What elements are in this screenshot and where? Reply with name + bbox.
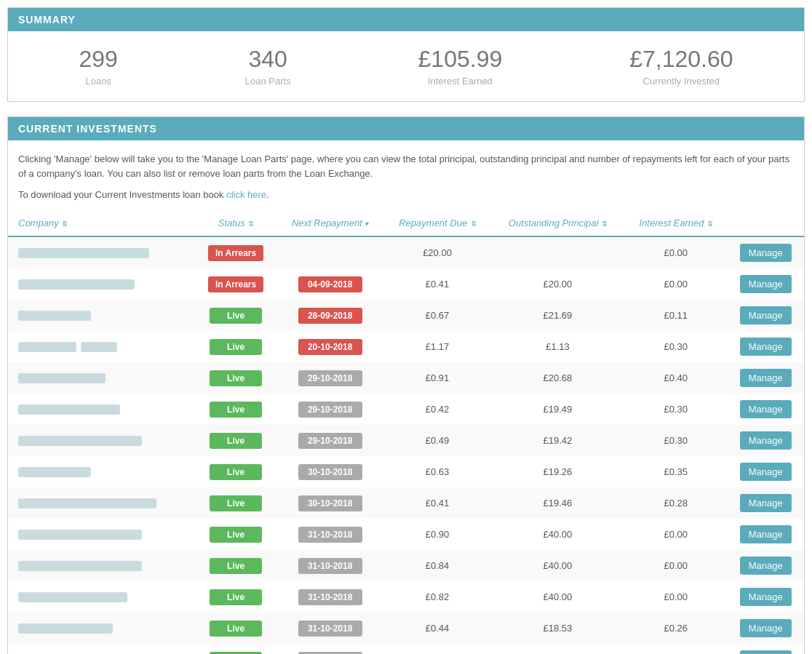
interest-earned-cell: £0.35	[624, 456, 727, 487]
company-blur	[18, 373, 106, 383]
manage-button[interactable]: Manage	[740, 588, 792, 606]
next-repayment-date: 30-10-2018	[298, 495, 362, 511]
investments-section: CURRENT INVESTMENTS Clicking 'Manage' be…	[7, 116, 805, 654]
table-row: Live31-10-2018£0.90£40.00£0.00Manage	[8, 519, 804, 550]
manage-button[interactable]: Manage	[740, 557, 792, 575]
col-header-repayment-due[interactable]: Repayment Due ⇅	[383, 210, 490, 236]
stat-invested-value: £7,120.60	[629, 46, 733, 73]
outstanding-principal-cell: £40.00	[491, 519, 624, 550]
col-interest-label: Interest Earned	[640, 218, 704, 228]
table-row: Live20-10-2018£1.17£1.13£0.30Manage	[8, 331, 804, 362]
manage-button[interactable]: Manage	[740, 525, 792, 543]
status-badge: Live	[210, 464, 262, 480]
col-header-next-repayment[interactable]: Next Repayment ▾	[276, 210, 383, 236]
outstanding-principal-cell: £18.53	[491, 613, 624, 644]
company-cell	[8, 487, 195, 519]
repayment-due-cell: £0.41	[383, 268, 490, 300]
next-repayment-cell: 28-09-2018	[276, 300, 383, 331]
next-repayment-date: 29-10-2018	[298, 433, 362, 449]
interest-earned-cell: £0.11	[624, 300, 727, 331]
col-header-outstanding-principal[interactable]: Outstanding Principal ⇅	[491, 210, 624, 236]
sort-interest-icon: ⇅	[706, 220, 712, 228]
manage-button[interactable]: Manage	[740, 431, 792, 450]
sort-next-repayment-icon: ▾	[365, 220, 368, 228]
manage-button[interactable]: Manage	[740, 463, 792, 481]
status-badge: In Arrears	[208, 245, 263, 261]
status-cell: Live	[195, 519, 276, 550]
table-row: Live31-10-2018£0.84£40.00£0.00Manage	[8, 550, 804, 581]
outstanding-principal-cell: £19.46	[491, 487, 624, 519]
company-cell	[8, 331, 195, 362]
table-header-row: Company ⇅ Status ⇅ Next Repayment ▾ Repa…	[8, 210, 804, 236]
manage-button[interactable]: Manage	[740, 650, 792, 654]
company-blur	[18, 467, 91, 477]
col-company-label: Company	[18, 218, 59, 228]
stat-interest-value: £105.99	[418, 46, 503, 73]
summary-section: SUMMARY 299 Loans 340 Loan Parts £105.99…	[7, 7, 805, 102]
col-header-company[interactable]: Company ⇅	[8, 210, 195, 236]
manage-button[interactable]: Manage	[740, 244, 792, 262]
manage-button[interactable]: Manage	[740, 369, 792, 387]
status-badge: Live	[210, 558, 262, 574]
next-repayment-cell: 31-10-2018	[276, 519, 383, 550]
interest-earned-cell: £0.00	[624, 519, 727, 550]
investments-table: Company ⇅ Status ⇅ Next Repayment ▾ Repa…	[8, 210, 804, 654]
status-badge: Live	[210, 589, 262, 605]
manage-button[interactable]: Manage	[740, 619, 792, 637]
interest-earned-cell: £0.00	[624, 236, 727, 268]
table-row: In Arrears04-09-2018£0.41£20.00£0.00Mana…	[8, 268, 804, 300]
repayment-due-cell: £0.67	[383, 300, 490, 331]
table-row: Live29-10-2018£0.42£19.49£0.30Manage	[8, 394, 804, 425]
col-header-interest-earned[interactable]: Interest Earned ⇅	[624, 210, 727, 236]
manage-button[interactable]: Manage	[740, 275, 792, 293]
manage-button[interactable]: Manage	[740, 338, 792, 356]
outstanding-principal-cell: £19.42	[491, 425, 624, 456]
outstanding-principal-cell: £19.49	[491, 394, 624, 425]
next-repayment-date: 29-10-2018	[298, 370, 362, 386]
outstanding-principal-cell: £40.00	[491, 581, 624, 613]
next-repayment-date: 30-10-2018	[298, 464, 362, 480]
col-status-label: Status	[218, 218, 245, 228]
action-cell: Manage	[727, 362, 804, 394]
download-link[interactable]: click here	[226, 189, 266, 200]
repayment-due-cell: £0.82	[383, 581, 490, 613]
manage-button[interactable]: Manage	[740, 494, 792, 512]
sort-outstanding-icon: ⇅	[601, 220, 607, 228]
interest-earned-cell: £0.00	[624, 581, 727, 613]
manage-button[interactable]: Manage	[740, 306, 792, 324]
interest-earned-cell: £0.40	[624, 362, 727, 394]
action-cell: Manage	[727, 300, 804, 331]
table-row: Live29-10-2018£0.49£19.42£0.30Manage	[8, 425, 804, 456]
manage-button[interactable]: Manage	[740, 400, 792, 418]
status-cell: Live	[195, 425, 276, 456]
interest-earned-cell: £0.28	[624, 487, 727, 519]
sort-status-icon: ⇅	[247, 220, 253, 228]
next-repayment-cell: 30-10-2018	[276, 456, 383, 487]
outstanding-principal-cell: £20.00	[491, 268, 624, 300]
company-blur	[18, 248, 149, 258]
next-repayment-cell: 30-10-2018	[276, 487, 383, 519]
company-cell	[8, 644, 195, 654]
repayment-due-cell: £0.40	[383, 644, 490, 654]
investments-desc-text: Clicking 'Manage' below will take you to…	[18, 152, 794, 180]
company-blur	[18, 623, 113, 634]
status-cell: Live	[195, 644, 276, 654]
table-row: Live30-10-2018£0.63£19.26£0.35Manage	[8, 456, 804, 487]
stat-loans-label: Loans	[79, 76, 117, 87]
action-cell: Manage	[727, 644, 804, 654]
action-cell: Manage	[727, 268, 804, 300]
table-row: In Arrears£20.00£0.00Manage	[8, 236, 804, 268]
next-repayment-cell	[276, 236, 383, 268]
repayment-due-cell: £1.17	[383, 331, 490, 362]
repayment-due-cell: £0.91	[383, 362, 490, 394]
outstanding-principal-cell: £40.00	[491, 550, 624, 581]
status-cell: In Arrears	[195, 268, 276, 300]
status-cell: Live	[195, 394, 276, 425]
status-badge: Live	[210, 370, 262, 386]
status-cell: Live	[195, 581, 276, 613]
col-header-status[interactable]: Status ⇅	[195, 210, 276, 236]
stat-loans: 299 Loans	[79, 46, 117, 87]
action-cell: Manage	[727, 550, 804, 581]
next-repayment-date: 31-10-2018	[298, 589, 362, 605]
interest-earned-cell: £0.30	[624, 331, 727, 362]
